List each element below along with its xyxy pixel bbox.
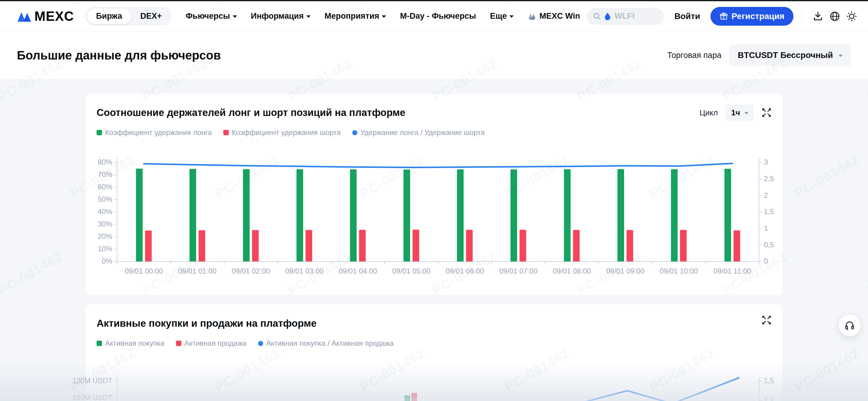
nav-information[interactable]: Информация [251, 11, 311, 21]
bar-short [519, 230, 526, 261]
long-short-ratio-card: Соотношение держателей лонг и шорт позиц… [86, 94, 782, 295]
support-button[interactable] [839, 315, 861, 336]
register-button[interactable]: Регистрация [710, 7, 794, 26]
bar-short [734, 230, 740, 261]
y-axis-label-right: 3 [764, 158, 768, 166]
bar-long [457, 169, 464, 261]
fullscreen-icon[interactable] [762, 315, 771, 325]
bar-sell [411, 393, 417, 401]
trading-pair-group: Торговая пара BTCUSDT Бессрочный [667, 45, 851, 66]
bar-long [671, 169, 678, 261]
top-navigation-bar: MEXC Биржа DEX+ Фьючерсы Информация Меро… [0, 1, 868, 31]
legend: Коэффициент удержания лонга Коэффициент … [97, 128, 771, 137]
theme-toggle-button[interactable] [843, 8, 860, 25]
cycle-label: Цикл [700, 108, 718, 117]
legend-item-long[interactable]: Коэффициент удержания лонга [97, 128, 212, 137]
legend-item-short[interactable]: Коэффициент удержания шорта [223, 128, 341, 137]
y-axis-label-left: 120M USDT [72, 376, 112, 385]
legend-marker [258, 341, 263, 346]
search-box[interactable] [587, 8, 664, 25]
login-button[interactable]: Войти [674, 11, 700, 21]
bar-short [252, 230, 259, 261]
legend-marker [223, 130, 229, 135]
card-title: Активные покупки и продажи на платформе [97, 315, 317, 332]
buy-sell-ratio-line [583, 378, 739, 401]
x-axis-label: 09/01 06:00 [446, 267, 484, 275]
nav-more[interactable]: Еще [490, 11, 514, 21]
bar-long [297, 169, 303, 261]
legend-marker [352, 130, 357, 135]
nav-events[interactable]: Мероприятия [324, 11, 386, 21]
x-axis-label: 09/01 05:00 [392, 267, 430, 275]
y-axis-label-left: 30% [98, 220, 112, 228]
x-axis-label: 09/01 11:00 [713, 267, 751, 275]
download-app-button[interactable] [809, 8, 826, 25]
search-icon [593, 12, 601, 21]
fullscreen-icon[interactable] [762, 108, 771, 117]
legend-item-buy-sell-ratio[interactable]: Активная покупка / Активная продажа [258, 339, 394, 348]
y-axis-label-left: 70% [98, 170, 112, 178]
long-short-ratio-chart[interactable]: 0%10%20%30%40%50%60%70%80%00,511,522,530… [97, 155, 771, 286]
bar-long [136, 169, 143, 262]
mexc-win-badge-icon [528, 12, 537, 21]
chevron-down-icon [306, 16, 311, 18]
ratio-line [144, 163, 733, 167]
tab-spot[interactable]: Биржа [87, 8, 131, 24]
cycle-select[interactable]: 1ч [725, 105, 754, 121]
bar-buy [404, 396, 410, 401]
tab-dex[interactable]: DEX+ [131, 8, 171, 24]
globe-icon [830, 11, 840, 22]
x-axis-label: 09/01 00:00 [125, 267, 163, 275]
y-axis-label-right: 1,2 [764, 396, 774, 401]
y-axis-label-left: 0% [102, 257, 112, 265]
page-title-bar: Большие данные для фьючерсов Торговая па… [0, 31, 868, 79]
y-axis-label-right: 2 [764, 191, 768, 199]
legend-marker [97, 130, 102, 135]
y-axis-label-right: 1,5 [764, 207, 774, 216]
x-axis-label: 09/01 09:00 [606, 267, 644, 275]
x-axis-label: 09/01 02:00 [232, 267, 270, 275]
trading-pair-select[interactable]: BTCUSDT Бессрочный [729, 45, 851, 66]
mexc-logo[interactable]: MEXC [17, 9, 74, 24]
y-axis-label-right: 2,5 [764, 175, 774, 183]
search-input[interactable] [614, 11, 653, 21]
chevron-down-icon [382, 16, 386, 18]
legend: Активная покупка Активная продажа Активн… [97, 339, 771, 348]
chevron-down-icon [233, 16, 237, 18]
bar-long [243, 169, 250, 261]
legend-marker [97, 341, 102, 346]
bar-short [359, 230, 366, 261]
mexc-logo-icon [17, 10, 31, 22]
x-axis-label: 09/01 01:00 [178, 267, 216, 275]
nav-mexc-win[interactable]: MEXC Win [528, 11, 580, 21]
bar-long [618, 169, 624, 261]
bar-short [626, 230, 633, 261]
legend-item-sell[interactable]: Активная продажа [176, 339, 247, 348]
legend-item-buy[interactable]: Активная покупка [97, 339, 164, 348]
x-axis-label: 09/01 07:00 [499, 267, 537, 275]
y-axis-label-left: 10% [98, 245, 112, 253]
download-icon [813, 11, 823, 22]
active-buy-sell-chart[interactable]: 120M USDT100M USDT1,51,2 [97, 364, 771, 401]
legend-item-ratio[interactable]: Удержание лонга / Удержание шорта [352, 128, 485, 137]
legend-marker [176, 341, 181, 346]
card-title: Соотношение держателей лонг и шорт позиц… [97, 105, 405, 121]
bar-short [466, 230, 473, 261]
gift-icon [719, 12, 728, 21]
bar-short [198, 230, 205, 261]
bar-long [564, 169, 571, 261]
y-axis-label-right: 1,5 [764, 376, 774, 385]
headset-icon [844, 320, 855, 331]
bar-short [305, 230, 312, 261]
bar-long [350, 169, 357, 261]
bar-long [724, 169, 731, 261]
nav-mday-futures[interactable]: M-Day - Фьючерсы [400, 11, 476, 21]
y-axis-label-left: 40% [98, 207, 112, 216]
language-button[interactable] [826, 8, 843, 25]
divider [801, 10, 802, 23]
y-axis-label-left: 60% [98, 183, 112, 191]
y-axis-label-right: 1 [764, 224, 768, 232]
main-nav: Фьючерсы Информация Мероприятия M-Day - … [186, 11, 580, 21]
nav-futures[interactable]: Фьючерсы [186, 11, 237, 21]
y-axis-label-left: 50% [98, 195, 112, 203]
